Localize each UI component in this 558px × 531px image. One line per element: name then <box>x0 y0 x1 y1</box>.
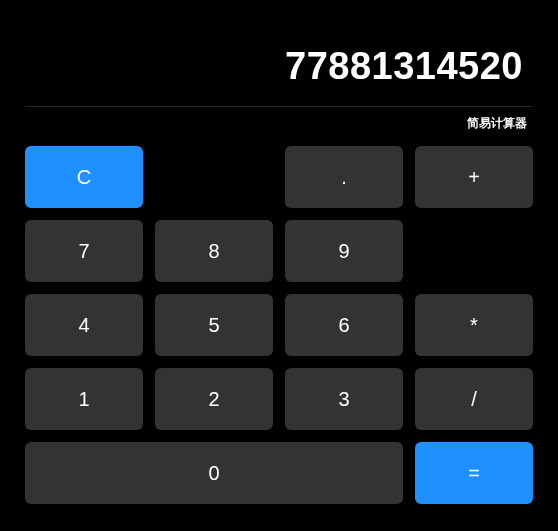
six-button[interactable]: 6 <box>285 294 403 356</box>
four-button[interactable]: 4 <box>25 294 143 356</box>
nine-button[interactable]: 9 <box>285 220 403 282</box>
zero-button[interactable]: 0 <box>25 442 403 504</box>
two-button[interactable]: 2 <box>155 368 273 430</box>
calculator-label: 简易计算器 <box>25 106 533 146</box>
dot-button[interactable]: . <box>285 146 403 208</box>
blank-slot <box>415 220 533 282</box>
display: 77881314520 <box>25 20 533 106</box>
one-button[interactable]: 1 <box>25 368 143 430</box>
equals-button[interactable]: = <box>415 442 533 504</box>
keypad: C . + 7 8 9 4 5 6 * 1 2 3 / 0 = <box>25 146 533 504</box>
eight-button[interactable]: 8 <box>155 220 273 282</box>
multiply-button[interactable]: * <box>415 294 533 356</box>
clear-button[interactable]: C <box>25 146 143 208</box>
divide-button[interactable]: / <box>415 368 533 430</box>
five-button[interactable]: 5 <box>155 294 273 356</box>
three-button[interactable]: 3 <box>285 368 403 430</box>
seven-button[interactable]: 7 <box>25 220 143 282</box>
plus-button[interactable]: + <box>415 146 533 208</box>
blank-slot <box>155 146 273 208</box>
